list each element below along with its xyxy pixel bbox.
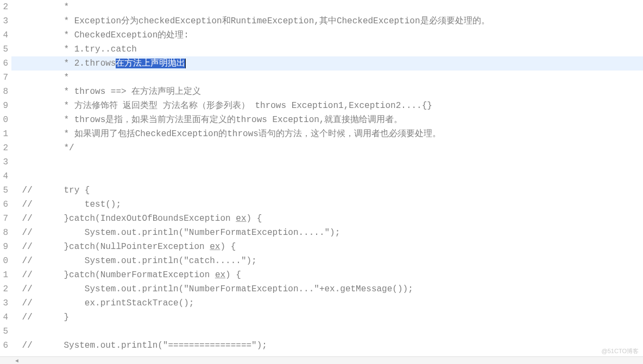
code-line[interactable]: */ — [11, 141, 643, 155]
comment-text: * — [17, 2, 69, 12]
comment-slash: // — [17, 242, 33, 252]
comment-slash: // — [17, 186, 33, 195]
code-text: ) { — [220, 242, 236, 252]
comment-text: * — [17, 101, 74, 111]
code-text: ) { — [225, 270, 241, 280]
code-line[interactable]: * 1.try..catch — [11, 42, 643, 56]
comment-text: * — [17, 59, 74, 68]
code-line[interactable]: * Exception分为checkedException和RuntimeExc… — [11, 14, 643, 28]
code-text: }catch(NullPointerException — [33, 242, 210, 252]
comment-slash: // — [17, 270, 33, 280]
comment-text: 如果调用了包括CheckedException的throws语句的方法，这个时候… — [74, 129, 441, 139]
code-text: System.out.println("NumberFormatExceptio… — [33, 284, 413, 294]
code-line[interactable]: * throws ==> 在方法声明上定义 — [11, 85, 643, 99]
comment-text: 1.try..catch — [74, 44, 137, 54]
code-text: ) { — [246, 214, 262, 223]
comment-slash: // — [17, 341, 33, 350]
code-line[interactable]: // System.out.println("================"… — [11, 339, 643, 353]
comment-text: * — [17, 115, 74, 125]
scroll-left-arrow-icon[interactable]: ◄ — [15, 358, 18, 364]
comment-slash: // — [17, 214, 33, 223]
code-line[interactable]: // } — [11, 310, 643, 324]
code-editor[interactable]: 2 3 4 5 6 7 8 9 0 1 2 3 4 5 6 7 8 9 0 1 … — [0, 0, 643, 364]
comment-text: throws ==> 在方法声明上定义 — [74, 87, 201, 97]
line-number: 7 — [0, 212, 8, 226]
code-text: test(); — [33, 200, 121, 209]
line-number: 6 — [0, 56, 8, 71]
comment-slash: // — [17, 256, 33, 266]
code-text: }catch(IndexOutOfBoundsException — [33, 214, 236, 223]
variable-ex: ex — [236, 214, 246, 223]
selected-text: 在方法上声明抛出 — [116, 59, 185, 68]
comment-slash: // — [17, 284, 33, 294]
comment-slash: // — [17, 228, 33, 238]
code-line[interactable]: // try { — [11, 183, 643, 197]
code-line[interactable]: // test(); — [11, 197, 643, 212]
code-text: System.out.println("catch....."); — [33, 256, 257, 266]
code-line[interactable]: * CheckedException的处理: — [11, 28, 643, 42]
line-number: 9 — [0, 240, 8, 254]
code-line[interactable] — [11, 324, 643, 339]
line-number: 3 — [0, 14, 8, 28]
line-number: 2 — [0, 0, 8, 14]
code-line[interactable] — [11, 169, 643, 183]
code-line[interactable]: // System.out.println("catch....."); — [11, 254, 643, 268]
line-number: 3 — [0, 296, 8, 310]
code-text: ex.printStackTrace(); — [33, 298, 194, 308]
comment-text: * — [17, 129, 74, 139]
comment-text: * — [17, 44, 74, 54]
code-content-area[interactable]: * * Exception分为checkedException和RuntimeE… — [11, 0, 643, 364]
line-number: 1 — [0, 268, 8, 282]
code-text: }catch(NumberFormatException — [33, 270, 215, 280]
text-cursor — [185, 59, 186, 68]
variable-ex: ex — [210, 242, 220, 252]
horizontal-scrollbar[interactable]: ◄ — [0, 356, 643, 364]
code-line[interactable] — [11, 155, 643, 169]
code-line[interactable]: // System.out.println("NumberFormatExcep… — [11, 226, 643, 240]
line-number: 2 — [0, 141, 8, 155]
line-number-gutter: 2 3 4 5 6 7 8 9 0 1 2 3 4 5 6 7 8 9 0 1 … — [0, 0, 11, 364]
code-text: try { — [33, 186, 90, 195]
watermark-text: @51CTO博客 — [602, 347, 639, 355]
code-line[interactable]: // }catch(NumberFormatException ex) { — [11, 268, 643, 282]
code-line[interactable]: // System.out.println("NumberFormatExcep… — [11, 282, 643, 296]
comment-text: 2.throws — [74, 59, 116, 68]
code-text: System.out.println("================"); — [33, 341, 267, 350]
code-line[interactable]: // }catch(NullPointerException ex) { — [11, 240, 643, 254]
line-number: 8 — [0, 226, 8, 240]
line-number: 5 — [0, 183, 8, 197]
line-number: 1 — [0, 127, 8, 141]
line-number: 0 — [0, 113, 8, 127]
comment-text: * — [17, 30, 74, 40]
line-number: 3 — [0, 155, 8, 169]
line-number: 5 — [0, 42, 8, 56]
line-number: 0 — [0, 254, 8, 268]
line-number: 7 — [0, 71, 8, 85]
comment-slash: // — [17, 312, 33, 322]
variable-ex: ex — [215, 270, 225, 280]
line-number: 6 — [0, 197, 8, 212]
code-line[interactable]: * 方法修饰符 返回类型 方法名称（形参列表） throws Exception… — [11, 99, 643, 113]
code-line[interactable]: // ex.printStackTrace(); — [11, 296, 643, 310]
code-line[interactable]: * 如果调用了包括CheckedException的throws语句的方法，这个… — [11, 127, 643, 141]
comment-text: throws是指，如果当前方法里面有定义的throws Exception,就直… — [74, 115, 403, 125]
line-number: 4 — [0, 169, 8, 183]
code-line[interactable]: * — [11, 71, 643, 85]
comment-text: */ — [17, 143, 74, 153]
comment-text: * — [17, 16, 74, 26]
code-line-highlighted[interactable]: * 2.throws在方法上声明抛出 — [11, 56, 643, 71]
line-number: 4 — [0, 28, 8, 42]
comment-text: Exception分为checkedException和RuntimeExcep… — [74, 16, 490, 26]
line-number: 8 — [0, 85, 8, 99]
code-line[interactable]: // }catch(IndexOutOfBoundsException ex) … — [11, 212, 643, 226]
code-text: System.out.println("NumberFormatExceptio… — [33, 228, 341, 238]
code-line[interactable]: * throws是指，如果当前方法里面有定义的throws Exception,… — [11, 113, 643, 127]
line-number: 9 — [0, 99, 8, 113]
comment-slash: // — [17, 298, 33, 308]
line-number: 5 — [0, 324, 8, 339]
comment-slash: // — [17, 200, 33, 209]
comment-text: 方法修饰符 返回类型 方法名称（形参列表） throws Exception1,… — [74, 101, 432, 111]
code-line[interactable]: * — [11, 0, 643, 14]
line-number: 2 — [0, 282, 8, 296]
comment-text: * — [17, 73, 69, 82]
